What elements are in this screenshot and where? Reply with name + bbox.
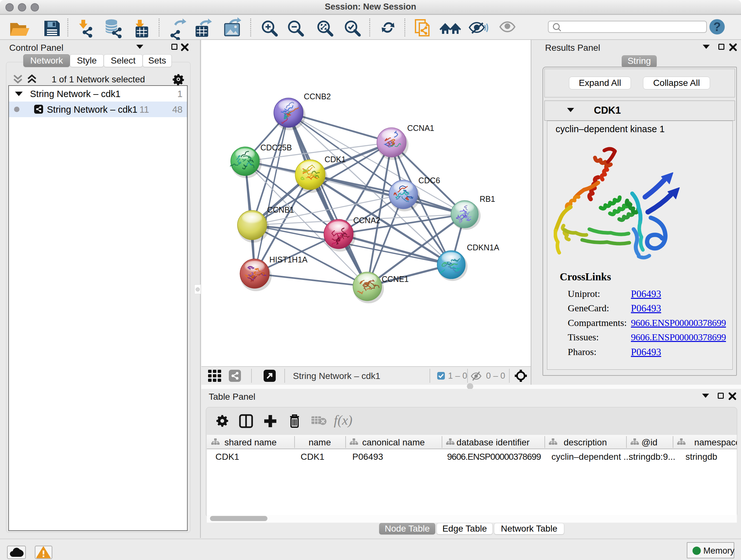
- svg-text:CCNB2: CCNB2: [304, 92, 331, 101]
- svg-text:?: ?: [713, 20, 721, 34]
- svg-text:RB1: RB1: [480, 194, 495, 203]
- svg-text:CDKN1A: CDKN1A: [467, 243, 499, 252]
- svg-text:f(x): f(x): [334, 413, 352, 428]
- svg-text:CDK1: CDK1: [325, 155, 346, 164]
- svg-text:CDC6: CDC6: [418, 176, 440, 185]
- svg-text:CDC25B: CDC25B: [260, 143, 292, 152]
- svg-text:HIST1H1A: HIST1H1A: [269, 255, 308, 264]
- svg-text:CCNB1: CCNB1: [267, 205, 294, 214]
- svg-text:CCNE1: CCNE1: [382, 274, 409, 284]
- svg-text:CCNA1: CCNA1: [407, 124, 434, 132]
- svg-text:CCNA2: CCNA2: [353, 216, 381, 225]
